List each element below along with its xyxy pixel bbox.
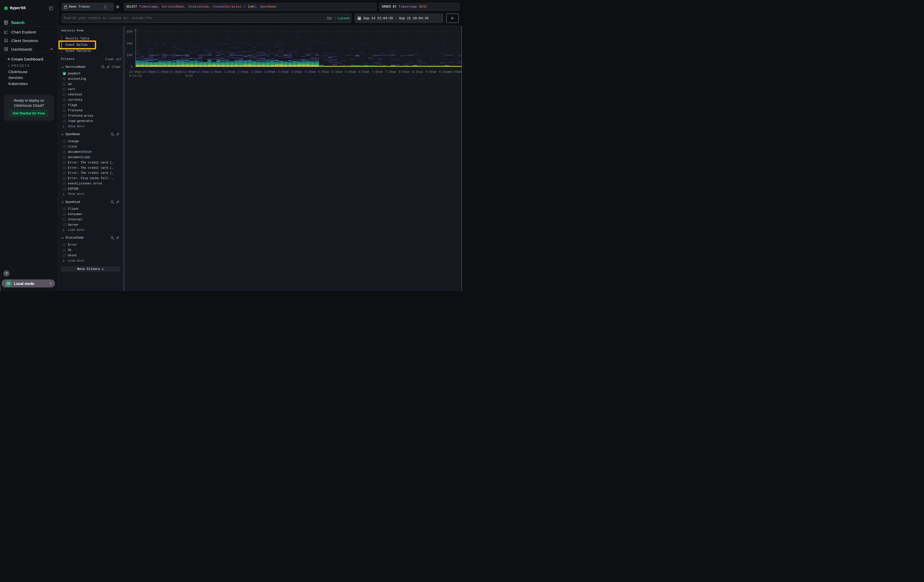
svg-text:10:30pm: 10:30pm — [142, 70, 155, 74]
svg-text:400: 400 — [127, 42, 133, 46]
svg-text:8:30am: 8:30am — [412, 70, 423, 74]
svg-text:3:00am: 3:00am — [264, 70, 275, 74]
svg-text:11:30pm: 11:30pm — [169, 70, 182, 74]
svg-text:7:30am: 7:30am — [385, 70, 396, 74]
svg-text:200: 200 — [127, 53, 133, 57]
svg-text:9/15: 9/15 — [185, 74, 193, 78]
svg-text:4:30am: 4:30am — [305, 70, 315, 74]
svg-text:9:00am: 9:00am — [426, 70, 436, 74]
svg-text:6:00am: 6:00am — [345, 70, 356, 74]
svg-text:10:00am: 10:00am — [449, 70, 462, 74]
svg-text:4:00am: 4:00am — [291, 70, 302, 74]
svg-text:1:30am: 1:30am — [224, 70, 235, 74]
svg-text:9/14/25: 9/14/25 — [129, 74, 142, 78]
svg-text:11:00pm: 11:00pm — [156, 70, 168, 74]
svg-text:12:00am: 12:00am — [183, 70, 195, 74]
svg-text:5:00am: 5:00am — [318, 70, 329, 74]
svg-text:6:30am: 6:30am — [358, 70, 369, 74]
svg-text:10:00pm: 10:00pm — [129, 70, 142, 74]
svg-text:3:30am: 3:30am — [277, 70, 289, 74]
svg-text:7:00am: 7:00am — [372, 70, 383, 74]
svg-text:9:30am: 9:30am — [439, 70, 450, 74]
svg-text:2:00am: 2:00am — [237, 70, 248, 74]
svg-text:8:00am: 8:00am — [398, 70, 409, 74]
svg-text:1:00am: 1:00am — [211, 70, 221, 74]
svg-text:5:30am: 5:30am — [332, 70, 342, 74]
svg-text:600: 600 — [127, 30, 133, 34]
svg-text:0: 0 — [130, 65, 133, 69]
svg-text:2:30am: 2:30am — [251, 70, 262, 74]
svg-text:12:30am: 12:30am — [196, 70, 209, 74]
